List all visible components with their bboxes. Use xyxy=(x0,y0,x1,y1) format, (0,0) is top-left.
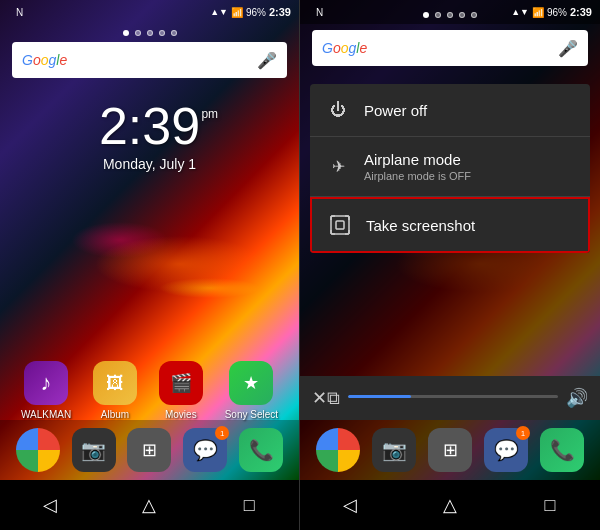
album-label: Album xyxy=(101,409,129,420)
screenshot-icon xyxy=(328,213,352,237)
right-search-bar[interactable]: Google 🎤 xyxy=(312,30,588,66)
power-off-icon: ⏻ xyxy=(326,98,350,122)
right-page-dots xyxy=(300,12,600,18)
airplane-icon: ✈ xyxy=(326,155,350,179)
signal-icon: ▲▼ xyxy=(210,7,228,17)
quick-settings: ✕ ⧉ 🔊 xyxy=(300,376,600,420)
app-grid: ♪ WALKMAN 🖼 Album 🎬 Movies ★ Sony Select xyxy=(0,361,299,420)
right-dock-chrome[interactable] xyxy=(316,428,360,472)
clock-widget: 2:39pm Monday, July 1 xyxy=(0,100,299,172)
right-messaging-badge: 1 xyxy=(516,426,530,440)
left-phone: N ▲▼ 📶 96% 2:39 Google 🎤 2:39pm Monday, … xyxy=(0,0,300,530)
svg-rect-1 xyxy=(336,221,344,229)
movies-icon: 🎬 xyxy=(159,361,203,405)
dock-apps[interactable]: ⊞ xyxy=(127,428,171,472)
back-button[interactable]: ◁ xyxy=(30,485,70,525)
nfc-icon: N xyxy=(16,7,23,18)
right-page-dot-3 xyxy=(447,12,453,18)
airplane-mode-subtitle: Airplane mode is OFF xyxy=(364,170,574,182)
right-dock-camera[interactable]: 📷 xyxy=(372,428,416,472)
recents-button[interactable]: □ xyxy=(229,485,269,525)
power-menu: ⏻ Power off ✈ Airplane mode Airplane mod… xyxy=(310,84,590,253)
right-mic-icon[interactable]: 🎤 xyxy=(558,39,578,58)
page-dot-2 xyxy=(135,30,141,36)
clock-date: Monday, July 1 xyxy=(103,156,196,172)
svg-rect-0 xyxy=(331,216,349,234)
right-dock-phone[interactable]: 📞 xyxy=(540,428,584,472)
qs-bluetooth-icon[interactable]: ✕ xyxy=(312,387,327,409)
app-walkman[interactable]: ♪ WALKMAN xyxy=(21,361,71,420)
walkman-icon: ♪ xyxy=(24,361,68,405)
airplane-mode-title: Airplane mode xyxy=(364,151,574,168)
google-logo: Google xyxy=(22,52,67,68)
app-album[interactable]: 🖼 Album xyxy=(93,361,137,420)
clock-time: 2:39pm xyxy=(99,100,200,152)
right-nav-bar: ◁ △ □ xyxy=(300,480,600,530)
page-dots xyxy=(0,30,299,36)
movies-label: Movies xyxy=(165,409,197,420)
app-movies[interactable]: 🎬 Movies xyxy=(159,361,203,420)
right-page-dot-1 xyxy=(423,12,429,18)
right-page-dot-5 xyxy=(471,12,477,18)
right-bottom-dock: 📷 ⊞ 💬 1 📞 xyxy=(300,420,600,480)
status-bar: N ▲▼ 📶 96% 2:39 xyxy=(0,0,299,24)
power-off-title: Power off xyxy=(364,102,574,119)
wifi-icon: 📶 xyxy=(231,7,243,18)
dock-camera[interactable]: 📷 xyxy=(72,428,116,472)
qs-rotation-icon[interactable]: ⧉ xyxy=(327,388,340,409)
bottom-dock: 📷 ⊞ 💬 1 📞 xyxy=(0,420,299,480)
page-dot-4 xyxy=(159,30,165,36)
search-bar[interactable]: Google 🎤 xyxy=(12,42,287,78)
take-screenshot-item[interactable]: Take screenshot xyxy=(310,197,590,253)
clock-ampm: pm xyxy=(201,108,218,120)
right-dock-messaging[interactable]: 💬 1 xyxy=(484,428,528,472)
home-button[interactable]: △ xyxy=(129,485,169,525)
nav-bar: ◁ △ □ xyxy=(0,480,299,530)
right-phone: N ▲▼ 📶 96% 2:39 Google 🎤 ⏻ Power off xyxy=(300,0,600,530)
sonyselect-label: Sony Select xyxy=(225,409,278,420)
brightness-bar xyxy=(348,395,558,398)
right-back-button[interactable]: ◁ xyxy=(330,485,370,525)
dock-messaging[interactable]: 💬 1 xyxy=(183,428,227,472)
dock-chrome[interactable] xyxy=(16,428,60,472)
take-screenshot-title: Take screenshot xyxy=(366,217,572,234)
album-icon: 🖼 xyxy=(93,361,137,405)
app-sonyselect[interactable]: ★ Sony Select xyxy=(225,361,278,420)
airplane-mode-item[interactable]: ✈ Airplane mode Airplane mode is OFF xyxy=(310,137,590,197)
qs-volume-icon[interactable]: 🔊 xyxy=(566,387,588,409)
right-google-logo: Google xyxy=(322,40,367,56)
page-dot-1 xyxy=(123,30,129,36)
right-recents-button[interactable]: □ xyxy=(530,485,570,525)
power-off-item[interactable]: ⏻ Power off xyxy=(310,84,590,137)
page-dot-3 xyxy=(147,30,153,36)
right-home-button[interactable]: △ xyxy=(430,485,470,525)
right-dock-apps[interactable]: ⊞ xyxy=(428,428,472,472)
messaging-badge: 1 xyxy=(215,426,229,440)
battery-text: 96% xyxy=(246,7,266,18)
sonyselect-icon: ★ xyxy=(229,361,273,405)
mic-icon[interactable]: 🎤 xyxy=(257,51,277,70)
walkman-label: WALKMAN xyxy=(21,409,71,420)
right-page-dot-2 xyxy=(435,12,441,18)
time-display: 2:39 xyxy=(269,6,291,18)
right-page-dot-4 xyxy=(459,12,465,18)
page-dot-5 xyxy=(171,30,177,36)
brightness-fill xyxy=(348,395,411,398)
dock-phone[interactable]: 📞 xyxy=(239,428,283,472)
